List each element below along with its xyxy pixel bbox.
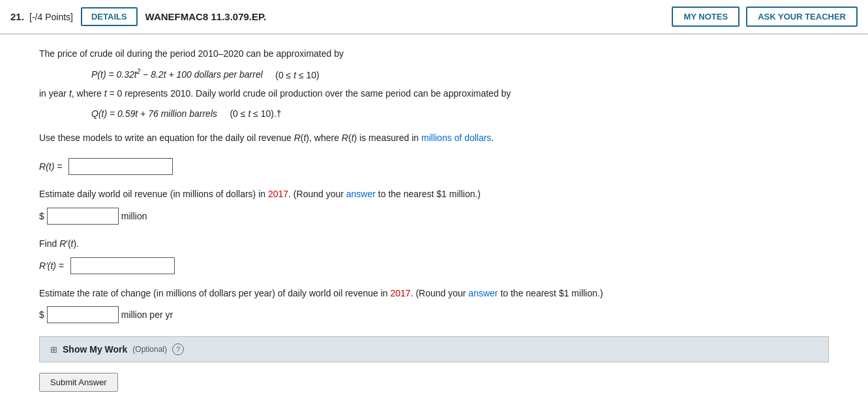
dollar-input-row-1: $ million [39, 208, 829, 225]
use-models-text: Use these models to write an equation fo… [39, 131, 829, 146]
dollar-sign-2: $ [39, 309, 44, 320]
ask-teacher-button[interactable]: ASK YOUR TEACHER [746, 7, 858, 27]
dollar-sign-1: $ [39, 211, 44, 221]
show-work-label: Show My Work [63, 344, 127, 355]
submit-button[interactable]: Submit Answer [39, 373, 118, 392]
problem-code: WANEFMAC8 11.3.079.EP. [145, 11, 267, 22]
problem-content: The price of crude oil during the period… [0, 35, 868, 404]
r-input-row: R(t) = [39, 158, 829, 175]
revenue-input-1[interactable] [47, 208, 119, 225]
header: 21. [-/4 Points] DETAILS WANEFMAC8 11.3.… [0, 0, 868, 34]
formula-p-block: P(t) = 0.32t2 − 8.2t + 100 dollars per b… [91, 69, 829, 80]
find-r-prime-text: Find R′(t). [39, 236, 829, 252]
r-input[interactable] [68, 158, 173, 175]
show-work-expand-icon: ⊞ [50, 345, 57, 355]
question-number: 21. [-/4 Points] [10, 11, 73, 22]
estimate-text-2: Estimate the rate of change (in millions… [39, 286, 829, 302]
formula-q-constraint: (0 ≤ t ≤ 10).† [230, 108, 281, 119]
q-num: 21. [10, 11, 24, 22]
year-highlight-2: 2017 [390, 288, 410, 298]
year-highlight-1: 2017 [268, 189, 288, 199]
million-label-1: million [121, 211, 147, 221]
show-work-optional: (Optional) [132, 345, 167, 354]
help-icon[interactable]: ? [172, 343, 184, 355]
dollar-input-row-2: $ million per yr [39, 306, 829, 323]
header-left: 21. [-/4 Points] DETAILS WANEFMAC8 11.3.… [10, 7, 672, 26]
formula-q-block: Q(t) = 0.59t + 76 million barrels (0 ≤ t… [91, 108, 829, 119]
details-button[interactable]: DETAILS [81, 7, 138, 26]
intro-text: The price of crude oil during the period… [39, 46, 829, 62]
estimate-text-1: Estimate daily world oil revenue (in mil… [39, 187, 829, 202]
formula-p: P(t) = 0.32t2 − 8.2t + 100 dollars per b… [91, 69, 265, 80]
r-prime-label: R′(t) = [39, 261, 64, 271]
show-work-bar[interactable]: ⊞ Show My Work (Optional) ? [39, 336, 829, 362]
header-right: MY NOTES ASK YOUR TEACHER [672, 7, 858, 27]
formula-q: Q(t) = 0.59t + 76 million barrels [91, 108, 220, 119]
my-notes-button[interactable]: MY NOTES [672, 7, 740, 27]
r-prime-input-row: R′(t) = [39, 257, 829, 274]
points-label: [-/4 Points] [29, 12, 73, 22]
formula-p-constraint: (0 ≤ t ≤ 10) [275, 69, 320, 80]
r-label: R(t) = [39, 161, 62, 172]
million-per-yr-label: million per yr [121, 309, 173, 320]
in-year-text: in year t, where t = 0 represents 2010. … [39, 86, 829, 102]
r-prime-input[interactable] [70, 257, 175, 274]
revenue-input-2[interactable] [47, 306, 119, 323]
